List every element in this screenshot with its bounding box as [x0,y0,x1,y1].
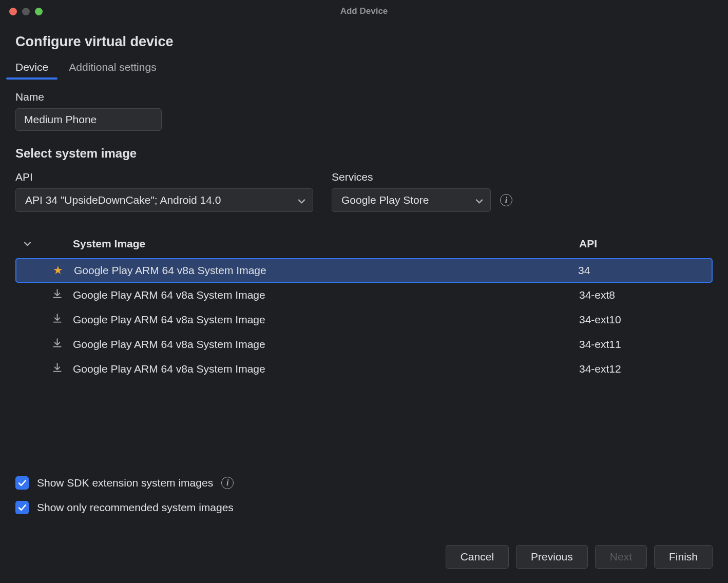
tab-additional-settings[interactable]: Additional settings [69,61,156,79]
filter-row: API API 34 "UpsideDownCake"; Android 14.… [15,171,713,212]
next-button: Next [595,545,647,569]
api-label: API [15,171,313,183]
tabs: Device Additional settings [15,61,713,79]
row-name: Google Play ARM 64 v8a System Image [69,264,578,277]
checkbox-recommended[interactable] [15,501,29,514]
content: Configure virtual device Device Addition… [0,23,728,530]
info-icon[interactable]: i [500,194,512,206]
finish-button[interactable]: Finish [654,545,713,569]
services-label: Services [332,171,512,183]
window-controls [9,8,43,15]
name-label: Name [15,91,713,103]
table-body: ★Google Play ARM 64 v8a System Image34Go… [15,258,713,381]
row-api: 34-ext11 [579,338,713,351]
download-icon[interactable] [52,314,62,326]
row-name: Google Play ARM 64 v8a System Image [68,338,579,351]
column-header-api[interactable]: API [579,238,713,250]
checkbox-sdk-ext-row: Show SDK extension system images i [15,476,713,490]
column-header-name[interactable]: System Image [68,238,579,250]
checkbox-recommended-label: Show only recommended system images [37,501,234,514]
window-title: Add Device [0,6,728,16]
checkbox-sdk-ext-label: Show SDK extension system images [37,477,213,489]
section-title: Select system image [15,146,713,161]
table-header: System Image API [15,232,713,258]
chevron-down-icon [298,194,305,206]
tab-device[interactable]: Device [15,61,48,79]
row-name: Google Play ARM 64 v8a System Image [68,289,579,301]
table-row[interactable]: ★Google Play ARM 64 v8a System Image34 [15,258,713,283]
system-image-table: System Image API ★Google Play ARM 64 v8a… [15,232,713,440]
services-filter-group: Services Google Play Store i [332,171,512,212]
api-select-value: API 34 "UpsideDownCake"; Android 14.0 [25,194,221,206]
close-window-button[interactable] [9,8,17,15]
name-input[interactable] [15,108,162,131]
table-row[interactable]: Google Play ARM 64 v8a System Image34-ex… [15,307,713,332]
table-row[interactable]: Google Play ARM 64 v8a System Image34-ex… [15,332,713,357]
checkboxes: Show SDK extension system images i Show … [15,476,713,514]
row-api: 34-ext12 [579,363,713,375]
titlebar: Add Device [0,0,728,23]
previous-button[interactable]: Previous [516,545,588,569]
row-api: 34-ext10 [579,314,713,326]
info-icon[interactable]: i [221,477,234,489]
collapse-toggle[interactable] [15,241,46,246]
minimize-window-button[interactable] [22,8,30,15]
row-api: 34 [578,264,712,277]
download-icon[interactable] [52,363,62,375]
star-icon: ★ [53,264,63,277]
api-filter-group: API API 34 "UpsideDownCake"; Android 14.… [15,171,313,212]
table-row[interactable]: Google Play ARM 64 v8a System Image34-ex… [15,283,713,307]
chevron-down-icon [475,194,483,206]
services-select-value: Google Play Store [341,194,429,206]
row-name: Google Play ARM 64 v8a System Image [68,363,579,375]
checkbox-recommended-row: Show only recommended system images [15,501,713,514]
maximize-window-button[interactable] [35,8,43,15]
download-icon[interactable] [52,289,62,301]
api-select[interactable]: API 34 "UpsideDownCake"; Android 14.0 [15,188,313,212]
download-icon[interactable] [52,338,62,351]
checkbox-sdk-ext[interactable] [15,476,29,490]
table-row[interactable]: Google Play ARM 64 v8a System Image34-ex… [15,357,713,381]
row-api: 34-ext8 [579,289,713,301]
services-select[interactable]: Google Play Store [332,188,491,212]
cancel-button[interactable]: Cancel [446,545,509,569]
add-device-window: Add Device Configure virtual device Devi… [0,0,728,583]
footer: Cancel Previous Next Finish [0,530,728,583]
row-name: Google Play ARM 64 v8a System Image [68,314,579,326]
page-title: Configure virtual device [15,34,713,50]
